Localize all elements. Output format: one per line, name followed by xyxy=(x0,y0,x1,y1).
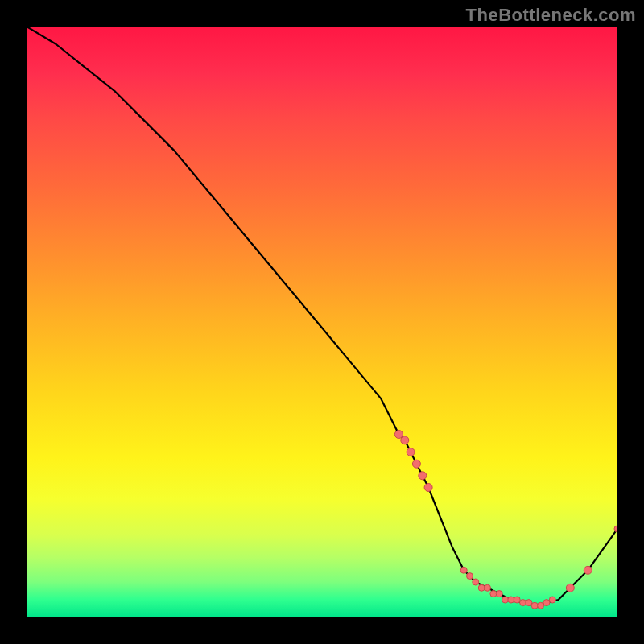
data-point xyxy=(467,573,473,580)
bottleneck-curve xyxy=(27,27,617,617)
data-point xyxy=(566,584,574,592)
data-point xyxy=(419,472,427,480)
data-point xyxy=(531,602,538,609)
data-point xyxy=(407,448,415,456)
data-point xyxy=(473,579,479,585)
data-point xyxy=(412,460,420,468)
data-point xyxy=(614,526,617,532)
chart-stage: TheBottleneck.com xyxy=(0,0,644,644)
data-point xyxy=(485,584,491,591)
data-point xyxy=(526,600,532,606)
data-point xyxy=(549,597,555,603)
data-point xyxy=(460,567,467,573)
plot-area xyxy=(27,27,617,617)
data-point xyxy=(496,591,502,597)
data-point xyxy=(424,484,432,492)
data-point xyxy=(514,597,520,603)
curve-path xyxy=(27,27,617,605)
data-point xyxy=(401,436,409,444)
data-point xyxy=(520,600,526,606)
data-point xyxy=(502,597,509,603)
watermark-text: TheBottleneck.com xyxy=(466,5,636,26)
data-point xyxy=(543,600,550,606)
data-point xyxy=(584,566,592,574)
data-point xyxy=(538,602,544,609)
